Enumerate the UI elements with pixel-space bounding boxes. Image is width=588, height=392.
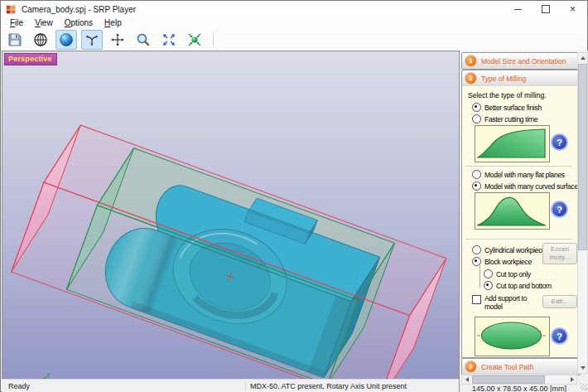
checkbox-add-support[interactable]: Add support to model	[472, 295, 536, 312]
scroll-up-button[interactable]	[578, 53, 587, 63]
finish-illustration	[475, 125, 550, 162]
milling-prompt: Select the type of milling.	[468, 91, 547, 99]
step-3-badge: 3	[465, 361, 477, 373]
radio-icon	[484, 281, 493, 290]
radio-icon	[484, 269, 493, 278]
minimize-button[interactable]	[504, 2, 532, 17]
statusbar: Ready MDX-50, ATC present, Rotary Axis U…	[2, 379, 459, 392]
radio-block-workpiece[interactable]: Block workpiece	[472, 257, 532, 266]
close-button[interactable]: ×	[559, 2, 586, 17]
menubar: File View Options Help	[2, 17, 586, 30]
separator	[465, 166, 572, 167]
radio-icon	[472, 114, 481, 123]
radio-faster-cutting-time[interactable]: Faster cutting time	[472, 114, 537, 123]
section-type-of-milling[interactable]: 2 Type of Milling	[461, 70, 581, 87]
magnifier-icon	[136, 32, 151, 47]
separator	[465, 239, 572, 240]
section-title: Type of Milling	[481, 75, 526, 83]
window-controls: ×	[504, 2, 586, 17]
menu-view[interactable]: View	[29, 17, 59, 28]
rotate-icon	[84, 32, 99, 47]
step-1-badge: 1	[465, 55, 477, 67]
zoom-view-button[interactable]	[133, 30, 154, 50]
task-sidebar: 1 Model Size and Orientation 2 Type of M…	[459, 51, 588, 392]
section-title: Create Tool Path	[481, 363, 533, 371]
vertical-scroll-thumb[interactable]	[578, 64, 587, 250]
perspective-label: Perspective	[4, 53, 57, 65]
wireframe-view-button[interactable]	[30, 30, 51, 50]
radio-better-surface-finish[interactable]: Better surface finish	[472, 103, 542, 112]
axis-label-y: y	[46, 370, 50, 378]
section-model-size-orientation[interactable]: 1 Model Size and Orientation	[461, 52, 581, 70]
edit-support-button[interactable]: Edit...	[542, 295, 577, 308]
shaded-view-button[interactable]	[55, 30, 77, 50]
status-separator	[245, 381, 246, 391]
viewport-scene[interactable]: y x z	[2, 51, 460, 380]
sidebar-horizontal-scrollbar[interactable]	[461, 375, 577, 385]
scroll-left-button[interactable]	[462, 375, 471, 384]
expand-arrows-icon	[161, 32, 176, 47]
radio-cut-top-and-bottom[interactable]: Cut top and bottom	[484, 281, 552, 290]
block-ellipse-image	[475, 317, 547, 354]
focus-model-icon	[187, 32, 202, 47]
tree-guide-line	[480, 265, 480, 288]
toolbar-separator	[213, 32, 214, 47]
radio-cut-top-only[interactable]: Cut top only	[484, 269, 531, 278]
zoom-to-model-button[interactable]	[184, 30, 205, 50]
step-2-badge: 2	[465, 72, 477, 85]
workpiece-illustration	[475, 317, 550, 356]
eccentricity-button[interactable]: Eccen tricity...	[542, 243, 577, 264]
radio-cylindrical-workpiece[interactable]: Cylindrical workpiece	[472, 245, 546, 254]
toolbar	[2, 29, 586, 51]
resize-grip[interactable]	[581, 384, 587, 390]
help-button-finish[interactable]: ?	[551, 133, 568, 151]
model-type-illustration	[475, 192, 550, 230]
menu-options[interactable]: Options	[59, 17, 99, 28]
globe-icon	[33, 32, 48, 47]
horizontal-scroll-thumb[interactable]	[472, 375, 545, 384]
maximize-icon	[542, 5, 550, 13]
radio-icon	[472, 170, 481, 179]
scroll-right-button[interactable]	[567, 375, 576, 384]
viewport-3d[interactable]: Perspective	[2, 51, 460, 380]
arrow-down-icon	[581, 366, 586, 370]
window-title: Camera_body.spj - SRP Player	[22, 5, 136, 14]
titlebar: Camera_body.spj - SRP Player ×	[2, 2, 586, 17]
arrow-right-icon	[571, 377, 574, 382]
section-create-tool-path[interactable]: 3 Create Tool Path	[461, 358, 581, 375]
sidebar-vertical-scrollbar[interactable]	[577, 52, 588, 374]
sphere-icon	[59, 32, 74, 47]
checkbox-icon	[472, 295, 481, 304]
status-machine: MDX-50, ATC present, Rotary Axis Unit pr…	[250, 382, 407, 390]
radio-icon	[472, 245, 481, 254]
milling-panel: Select the type of milling. Better surfa…	[461, 86, 578, 358]
menu-help[interactable]: Help	[99, 17, 128, 28]
maximize-button[interactable]	[532, 2, 559, 17]
app-window: Camera_body.spj - SRP Player × File View…	[0, 0, 588, 392]
status-ready: Ready	[8, 382, 30, 390]
close-icon: ×	[570, 4, 576, 14]
model-dimensions: 145.00 x 78.50 x 45.00 [mm]	[461, 385, 577, 392]
fit-to-screen-button[interactable]	[158, 30, 180, 50]
floppy-disk-icon	[7, 32, 22, 47]
help-button-workpiece[interactable]: ?	[551, 327, 568, 345]
radio-many-flat-planes[interactable]: Model with many flat planes	[472, 170, 565, 179]
radio-many-curved-surfaces[interactable]: Model with many curved surfaces	[472, 181, 581, 191]
curved-surface-image	[475, 193, 547, 227]
finish-curve-image	[475, 126, 547, 160]
menu-file[interactable]: File	[4, 17, 29, 28]
pan-view-button[interactable]	[107, 30, 128, 50]
help-button-model-type[interactable]: ?	[551, 201, 568, 218]
arrow-up-icon	[581, 56, 586, 60]
radio-icon	[472, 181, 481, 191]
minimize-icon	[514, 9, 522, 10]
move-arrows-icon	[110, 32, 125, 47]
rotate-view-button[interactable]	[81, 30, 103, 50]
scroll-down-button[interactable]	[578, 363, 587, 373]
radio-icon	[472, 103, 481, 112]
arrow-left-icon	[465, 377, 469, 382]
app-icon	[6, 4, 17, 15]
save-button[interactable]	[4, 30, 26, 50]
section-title: Model Size and Orientation	[481, 57, 566, 65]
